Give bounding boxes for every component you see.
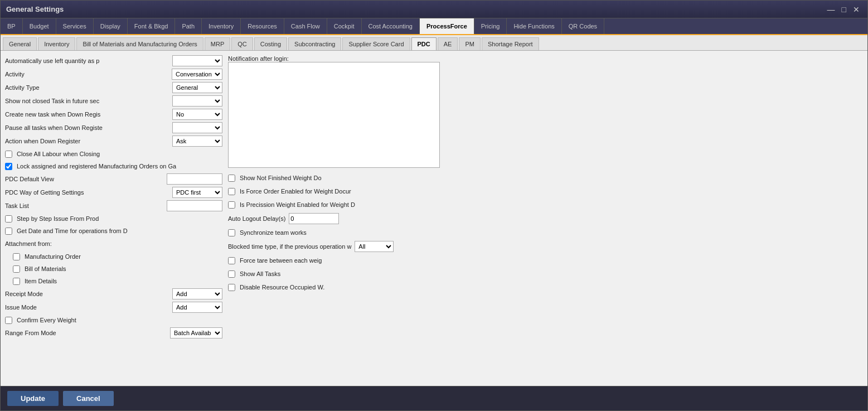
action-when-down-row: Action when Down Register AskAutoManual [5,136,222,147]
tab-services[interactable]: Services [56,18,94,34]
lock-assigned-checkbox[interactable] [5,163,12,170]
is-precision-checkbox[interactable] [228,201,235,209]
attachment-label: Attachment from: [5,240,52,247]
force-tare-checkbox[interactable] [228,257,235,264]
get-date-time-checkbox[interactable] [5,228,12,235]
pause-all-tasks-row: Pause all tasks when Down Registe YesNo [5,122,222,133]
activity-type-select[interactable]: GeneralMeetingCall [172,82,222,93]
show-all-tasks-checkbox[interactable] [228,270,235,278]
receipt-mode-row: Receipt Mode AddReplace [5,288,222,299]
auto-logout-row: Auto Logout Delay(s) [228,213,863,224]
auto-left-qty-label: Automatically use left quantity as p [5,57,122,64]
receipt-mode-select[interactable]: AddReplace [172,288,222,299]
bill-of-materials-row: Bill of Materials [5,264,222,274]
synchronize-checkbox[interactable] [228,229,235,236]
create-new-task-select[interactable]: NoYes [172,109,222,120]
notification-label-row: Notification after login: [228,55,863,62]
disable-resource-checkbox[interactable] [228,284,235,291]
show-not-closed-select[interactable]: YesNo [172,95,222,107]
force-tare-label: Force tare between each weig [240,257,322,264]
subtab-supplierscorecard[interactable]: Supplier Score Card [342,37,410,50]
notification-textarea[interactable] [228,62,440,168]
range-from-mode-select[interactable]: Batch AvailabAllNone [170,327,222,339]
blocked-time-select[interactable]: AllNoneCustom [355,241,394,252]
confirm-every-weight-checkbox[interactable] [5,317,12,324]
right-column: Notification after login: Show Not Finis… [228,55,863,381]
receipt-mode-label: Receipt Mode [5,291,122,297]
is-force-order-checkbox[interactable] [228,188,235,195]
pause-all-tasks-select[interactable]: YesNo [172,122,222,133]
item-details-checkbox[interactable] [13,278,20,285]
synchronize-row: Synchronize team works [228,228,863,238]
update-button[interactable]: Update [7,391,59,406]
subtab-shortagereport[interactable]: Shortage Report [482,37,539,50]
pdc-way-select[interactable]: PDC firstSystemManual [172,187,222,198]
sub-tab-bar: General Inventory Bill of Materials and … [1,35,867,51]
tab-hidefunctions[interactable]: Hide Functions [507,18,561,34]
attachment-label-row: Attachment from: [5,238,222,249]
get-date-time-label: Get Date and Time for operations from D [17,228,128,234]
lock-assigned-row: Lock assigned and registered Manufacturi… [5,161,222,171]
close-all-labour-checkbox[interactable] [5,151,12,158]
subtab-qc[interactable]: QC [231,37,253,50]
tab-resources[interactable]: Resources [241,18,284,34]
tab-font[interactable]: Font & Bkgd [128,18,176,34]
show-not-finished-checkbox[interactable] [228,175,235,182]
minimize-button[interactable]: — [825,5,837,14]
bill-of-materials-checkbox[interactable] [13,265,20,273]
auto-left-qty-select[interactable]: YesNo [172,55,222,66]
create-new-task-label: Create new task when Down Regis [5,111,122,118]
is-precision-label: Is Precission Weight Enabled for Weight … [240,201,355,208]
subtab-pdc[interactable]: PDC [411,37,437,50]
tab-processforce[interactable]: ProcessForce [420,18,474,34]
activity-type-label: Activity Type [5,84,122,91]
tab-inventory[interactable]: Inventory [202,18,241,34]
issue-mode-select[interactable]: AddReplace [172,302,222,313]
subtab-bom[interactable]: Bill of Materials and Manufacturing Orde… [76,37,203,50]
subtab-ae[interactable]: AE [438,37,458,50]
step-by-step-checkbox[interactable] [5,215,12,223]
activity-select[interactable]: ConversationTaskNote [172,69,222,80]
close-button[interactable]: ✕ [851,5,862,14]
disable-resource-row: Disable Resource Occupied W. [228,282,863,292]
subtab-inventory[interactable]: Inventory [38,37,75,50]
create-new-task-row: Create new task when Down Regis NoYes [5,109,222,120]
subtab-general[interactable]: General [3,37,37,50]
maximize-button[interactable]: □ [840,5,848,14]
tab-qrcodes[interactable]: QR Codes [562,18,604,34]
step-by-step-row: Step by Step Issue From Prod [5,214,222,224]
tab-path[interactable]: Path [175,18,202,34]
form-area: Automatically use left quantity as p Yes… [1,51,867,386]
window-controls: — □ ✕ [825,5,862,14]
tab-cockpit[interactable]: Cockpit [327,18,362,34]
content-area: General Inventory Bill of Materials and … [1,35,867,386]
action-when-down-select[interactable]: AskAutoManual [172,136,222,147]
tab-costaccounting[interactable]: Cost Accounting [362,18,420,34]
subtab-mrp[interactable]: MRP [205,37,230,50]
activity-label: Activity [5,71,122,78]
subtab-subcontracting[interactable]: Subcontracting [288,37,341,50]
tab-bp[interactable]: BP [1,18,23,34]
tab-pricing[interactable]: Pricing [474,18,507,34]
tab-display[interactable]: Display [94,18,128,34]
confirm-every-weight-label: Confirm Every Weight [17,317,76,323]
subtab-costing[interactable]: Costing [254,37,287,50]
is-precision-row: Is Precission Weight Enabled for Weight … [228,200,863,210]
activity-type-row: Activity Type GeneralMeetingCall [5,82,222,93]
item-details-label: Item Details [25,278,57,284]
close-all-labour-row: Close All Labour when Closing [5,149,222,159]
is-force-order-row: Is Force Order Enabled for Weight Docur [228,186,863,196]
pdc-default-view-input[interactable] [167,173,222,185]
task-list-input[interactable] [167,200,222,211]
manufacturing-order-checkbox[interactable] [13,253,20,260]
subtab-pm[interactable]: PM [459,37,481,50]
main-tab-bar: BP Budget Services Display Font & Bkgd P… [1,18,867,35]
footer: Update Cancel [1,386,867,410]
lock-assigned-label: Lock assigned and registered Manufacturi… [17,163,176,170]
cancel-button[interactable]: Cancel [63,391,114,406]
step-by-step-label: Step by Step Issue From Prod [17,215,99,222]
tab-cashflow[interactable]: Cash Flow [284,18,327,34]
tab-budget[interactable]: Budget [23,18,56,34]
auto-logout-input[interactable] [289,213,339,224]
is-force-order-label: Is Force Order Enabled for Weight Docur [240,188,351,195]
